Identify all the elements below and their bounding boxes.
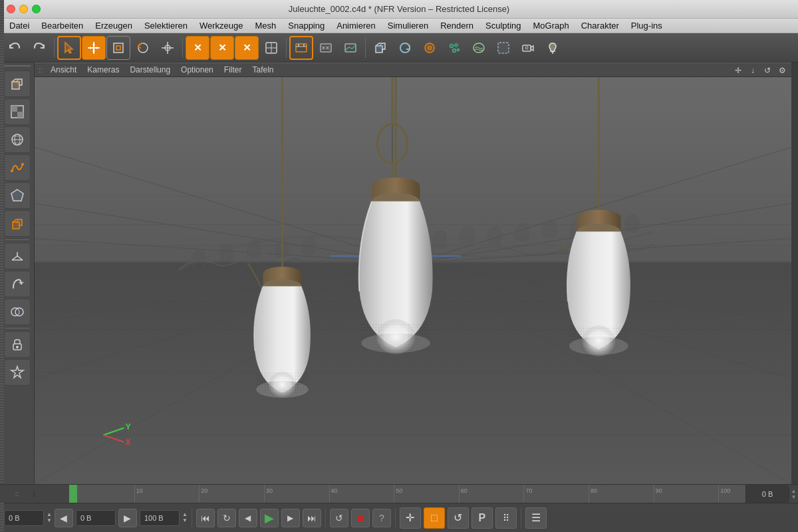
record-options-button[interactable]: ↺ [330, 509, 348, 527]
refresh-button[interactable] [393, 36, 417, 60]
timeline-marker-10: 10 [134, 485, 135, 503]
sketch-button[interactable] [491, 36, 515, 60]
menu-item-erzeugen[interactable]: Erzeugen [90, 20, 138, 31]
sidebar-extra2-button[interactable] [4, 359, 31, 386]
cube-view-button[interactable] [368, 36, 392, 60]
axis-group: ✕ ✕ ✕ [186, 36, 283, 60]
sculpt-button[interactable] [467, 36, 491, 60]
maximize-button[interactable] [32, 5, 41, 13]
move-transport-button[interactable]: ✛ [400, 507, 421, 529]
playhead[interactable] [69, 485, 77, 503]
vp-filter-menu[interactable]: Filter [221, 65, 245, 75]
menu-item-selektieren[interactable]: Selektieren [139, 20, 193, 31]
vp-settings-icon[interactable]: ⚙ [775, 64, 789, 77]
loop-button[interactable]: ↻ [217, 509, 236, 527]
move-tool-button[interactable] [82, 36, 106, 60]
svg-rect-16 [323, 47, 325, 49]
sidebar-cube-button[interactable] [4, 70, 31, 97]
vp-kameras-menu[interactable]: Kameras [84, 65, 122, 75]
y-axis-button[interactable]: ✕ [210, 36, 234, 60]
fcurve-button[interactable] [338, 36, 362, 60]
sidebar-bend-button[interactable] [4, 271, 31, 297]
menu-item-charakter[interactable]: Charakter [576, 20, 624, 31]
main-layout: :: Zentralperspektive Ansicht Kameras Da… [0, 63, 798, 484]
maxframe-spinners[interactable]: ▲ ▼ [182, 512, 188, 523]
sidebar-floor-button[interactable] [4, 243, 31, 269]
particles-button[interactable] [442, 36, 466, 60]
rotate-tool-button[interactable] [131, 36, 155, 60]
step-back-button[interactable]: ◀ [239, 509, 257, 527]
menu-item-rendern[interactable]: Rendern [435, 20, 479, 31]
menu-item-plug-ins[interactable]: Plug-ins [626, 20, 668, 31]
undo-button[interactable] [3, 36, 27, 60]
menu-item-mograph[interactable]: MoGraph [528, 20, 575, 31]
current-frame-field[interactable]: 0 B [76, 510, 116, 526]
next-frame-button[interactable]: ▶ [118, 509, 137, 527]
rotate-transport-button[interactable]: ↺ [448, 507, 469, 529]
sidebar-cube2-button[interactable] [4, 210, 31, 237]
select-transport-button[interactable]: □ [424, 507, 445, 529]
dope-sheet-button[interactable] [314, 36, 338, 60]
svg-text:X: X [126, 438, 132, 447]
sidebar-spline-button[interactable] [4, 154, 31, 181]
menu-item-mesh[interactable]: Mesh [249, 20, 281, 31]
close-button[interactable] [7, 5, 15, 13]
svg-rect-30 [498, 43, 509, 53]
go-end-button[interactable]: ⏭ [303, 509, 321, 527]
menu-item-datei[interactable]: Datei [4, 20, 35, 31]
title-bar: Juleuchte_0002.c4d * (NFR Version – Rest… [0, 0, 798, 19]
record-button[interactable]: ⏺ [351, 509, 370, 527]
timeline-button[interactable] [289, 36, 313, 60]
go-start-button[interactable]: ⏮ [196, 509, 215, 527]
transform-group [57, 36, 180, 60]
camera-view-button[interactable] [516, 36, 540, 60]
menu-item-sculpting[interactable]: Sculpting [480, 20, 526, 31]
vp-refresh-icon[interactable]: ↺ [761, 64, 774, 77]
timeline-track[interactable]: 0102030405060708090100 [69, 485, 745, 503]
svg-point-55 [16, 346, 19, 348]
object-button[interactable] [418, 36, 442, 60]
svg-rect-39 [17, 112, 23, 118]
prev-frame-button[interactable]: ◀ [55, 509, 73, 527]
sidebar-checker-button[interactable] [4, 98, 31, 125]
minimize-button[interactable] [19, 5, 28, 13]
vp-ansicht-menu[interactable]: Ansicht [48, 65, 79, 75]
menu-item-snapping[interactable]: Snapping [283, 20, 330, 31]
light-bulb-button[interactable] [541, 36, 565, 60]
max-frame-field[interactable]: 100 B [140, 510, 180, 526]
snap-button[interactable] [156, 36, 180, 60]
vp-tafeln-menu[interactable]: Tafeln [249, 65, 276, 75]
sidebar-boole-button[interactable] [4, 299, 31, 325]
step-fwd-button[interactable]: ▶ [281, 509, 300, 527]
help-button[interactable]: ? [372, 509, 391, 527]
start-frame-field[interactable]: 0 B [4, 510, 44, 526]
left-sidebar [0, 63, 35, 484]
menu-item-bearbeiten[interactable]: Bearbeiten [36, 20, 88, 31]
select-tool-button[interactable] [57, 36, 81, 60]
vp-move-icon[interactable]: ✛ [732, 64, 745, 77]
viewport[interactable]: :: Zentralperspektive Ansicht Kameras Da… [35, 63, 791, 484]
menu-item-animieren[interactable]: Animieren [331, 20, 381, 31]
sidebar-lock-button[interactable] [4, 331, 31, 358]
scale-tool-button[interactable] [106, 36, 130, 60]
world-axis-button[interactable] [259, 36, 283, 60]
timeline: :: 0102030405060708090100 0 B ▲ ▼ [0, 484, 798, 503]
vp-optionen-menu[interactable]: Optionen [178, 65, 216, 75]
play-button[interactable]: ▶ [260, 509, 279, 527]
3d-scene[interactable]: Y X [35, 77, 791, 484]
sidebar-grid-button[interactable] [4, 126, 31, 153]
z-axis-button[interactable]: ✕ [235, 36, 259, 60]
frame-spinners[interactable]: ▲ ▼ [47, 512, 52, 523]
render-transport-button[interactable]: ☰ [525, 507, 547, 529]
svg-point-109 [582, 326, 615, 356]
vp-darstellung-menu[interactable]: Darstellung [127, 65, 173, 75]
menu-item-simulieren[interactable]: Simulieren [382, 20, 434, 31]
parking-button[interactable]: P [471, 507, 493, 529]
menu-item-werkzeuge[interactable]: Werkzeuge [194, 20, 249, 31]
redo-button[interactable] [27, 36, 51, 60]
timeline-marker-50: 50 [394, 485, 394, 503]
x-axis-button[interactable]: ✕ [186, 36, 209, 60]
dots-button[interactable]: ⠿ [495, 507, 517, 529]
vp-down-icon[interactable]: ↓ [746, 64, 759, 77]
sidebar-polygon-button[interactable] [4, 182, 31, 209]
